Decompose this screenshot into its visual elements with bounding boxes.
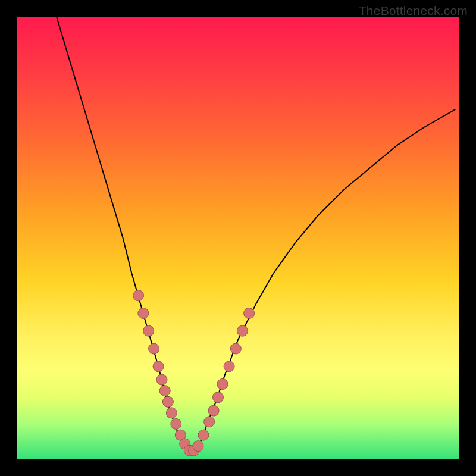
highlight-marker — [204, 416, 215, 427]
highlight-marker — [193, 441, 203, 452]
highlight-marker — [149, 343, 159, 354]
highlight-marker — [156, 374, 167, 385]
curve-right-branch — [189, 109, 455, 453]
marker-group — [133, 290, 255, 456]
highlight-marker — [153, 361, 164, 372]
highlight-marker — [166, 408, 177, 418]
curve-group — [57, 17, 455, 453]
highlight-marker — [230, 343, 241, 354]
watermark-text: TheBottleneck.com — [359, 4, 468, 18]
highlight-marker — [217, 379, 228, 390]
highlight-marker — [138, 308, 149, 319]
highlight-marker — [224, 361, 234, 372]
highlight-marker — [244, 308, 255, 319]
highlight-marker — [213, 392, 224, 403]
highlight-marker — [159, 386, 170, 396]
highlight-marker — [208, 405, 219, 416]
highlight-marker — [143, 325, 154, 336]
curve-left-branch — [57, 17, 189, 453]
highlight-marker — [237, 325, 248, 336]
highlight-marker — [171, 419, 181, 430]
highlight-marker — [133, 290, 144, 301]
highlight-marker — [198, 430, 209, 440]
highlight-marker — [162, 396, 173, 407]
bottleneck-curve-chart — [17, 17, 459, 459]
